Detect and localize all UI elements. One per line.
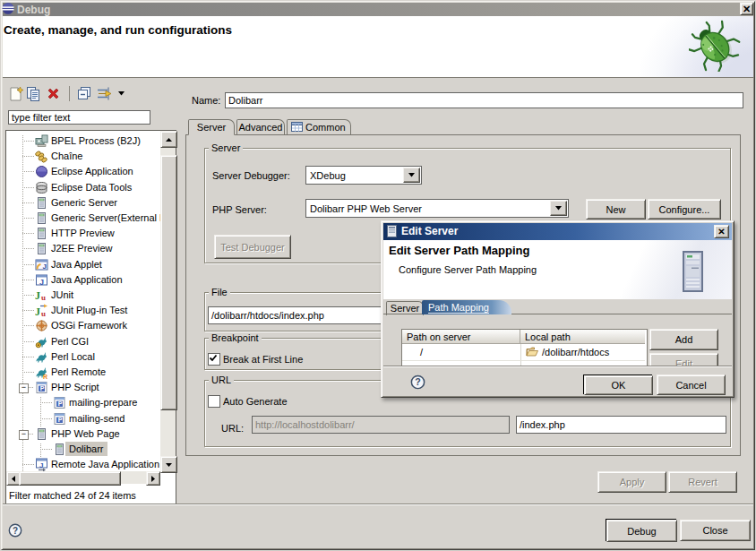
svg-text:P: P [58,400,63,407]
svg-text:P: P [40,385,45,392]
svg-text:J: J [39,461,43,469]
svg-text:J: J [39,278,44,287]
svg-text:P: P [58,417,63,423]
svg-text:?: ? [13,526,18,536]
svg-text:?: ? [415,376,420,387]
svg-text:J: J [43,263,47,271]
svg-text:J: J [35,289,40,302]
svg-text:R: R [43,374,47,380]
svg-text:u: u [41,309,46,317]
svg-text:u: u [41,293,46,302]
svg-text:J: J [35,306,40,317]
